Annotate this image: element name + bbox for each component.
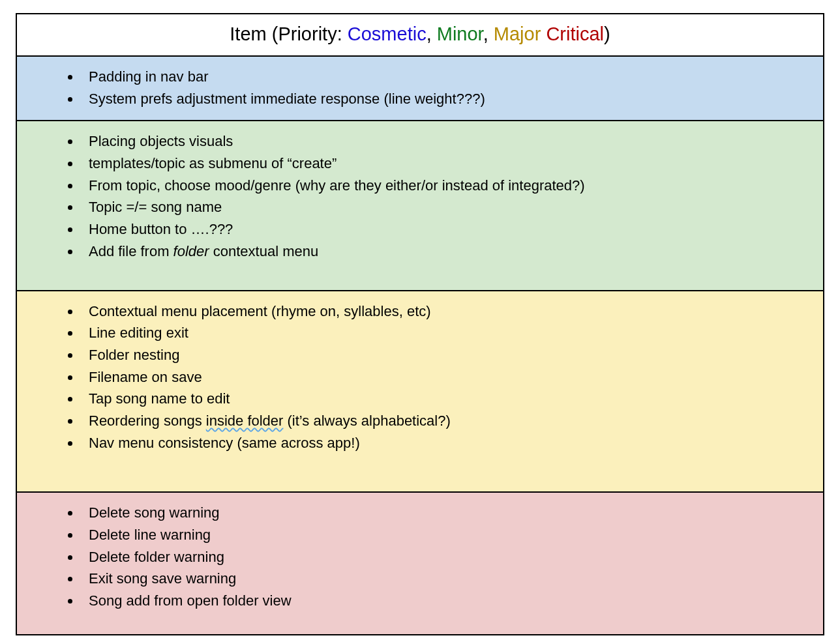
section-critical: Delete song warning Delete line warning … bbox=[17, 491, 823, 633]
list-item: Topic =/= song name bbox=[81, 196, 810, 218]
priority-label-major: Major bbox=[494, 23, 541, 44]
list-item-text: Reordering songs bbox=[89, 413, 206, 429]
header-prefix: Item (Priority: bbox=[230, 23, 347, 44]
list-item: Delete folder warning bbox=[81, 546, 810, 568]
list-item: Song add from open folder view bbox=[81, 590, 810, 612]
list-item: Delete song warning bbox=[81, 502, 810, 524]
list-item-text: contextual menu bbox=[209, 243, 319, 259]
priority-table: Item (Priority: Cosmetic, Minor, Major C… bbox=[16, 13, 824, 635]
list-item-text: Add file from bbox=[89, 243, 173, 259]
priority-label-cosmetic: Cosmetic bbox=[348, 23, 427, 44]
list-item: Add file from folder contextual menu bbox=[81, 240, 810, 263]
header-suffix: ) bbox=[604, 23, 610, 44]
list-item: Tap song name to edit bbox=[81, 388, 810, 410]
list-item: Padding in nav bar bbox=[81, 66, 810, 88]
list-item: Delete line warning bbox=[81, 524, 810, 546]
section-minor: Placing objects visuals templates/topic … bbox=[17, 120, 823, 289]
list-item: Folder nesting bbox=[81, 344, 810, 366]
list-item: Home button to ….??? bbox=[81, 218, 810, 240]
list-item: Contextual menu placement (rhyme on, syl… bbox=[81, 300, 810, 323]
list-item-text: (it’s always alphabetical?) bbox=[283, 413, 450, 429]
list-item: templates/topic as submenu of “create” bbox=[81, 153, 810, 175]
priority-label-critical: Critical bbox=[546, 23, 604, 44]
list-item: Filename on save bbox=[81, 366, 810, 388]
section-major: Contextual menu placement (rhyme on, syl… bbox=[17, 290, 823, 492]
table-header: Item (Priority: Cosmetic, Minor, Major C… bbox=[17, 14, 823, 55]
header-sep: , bbox=[483, 23, 494, 44]
header-sep: , bbox=[427, 23, 437, 44]
list-item: Nav menu consistency (same across app!) bbox=[81, 432, 810, 454]
list-item: Reordering songs inside folder (it’s alw… bbox=[81, 410, 810, 432]
list-item: System prefs adjustment immediate respon… bbox=[81, 88, 810, 110]
section-cosmetic: Padding in nav bar System prefs adjustme… bbox=[17, 55, 823, 120]
list-item: Placing objects visuals bbox=[81, 130, 810, 153]
list-item: Exit song save warning bbox=[81, 568, 810, 590]
priority-label-minor: Minor bbox=[437, 23, 483, 44]
list-item-spellcheck: inside folder bbox=[206, 413, 284, 429]
list-item: Line editing exit bbox=[81, 322, 810, 344]
list-item-emphasis: folder bbox=[173, 243, 209, 259]
list-item: From topic, choose mood/genre (why are t… bbox=[81, 175, 810, 197]
